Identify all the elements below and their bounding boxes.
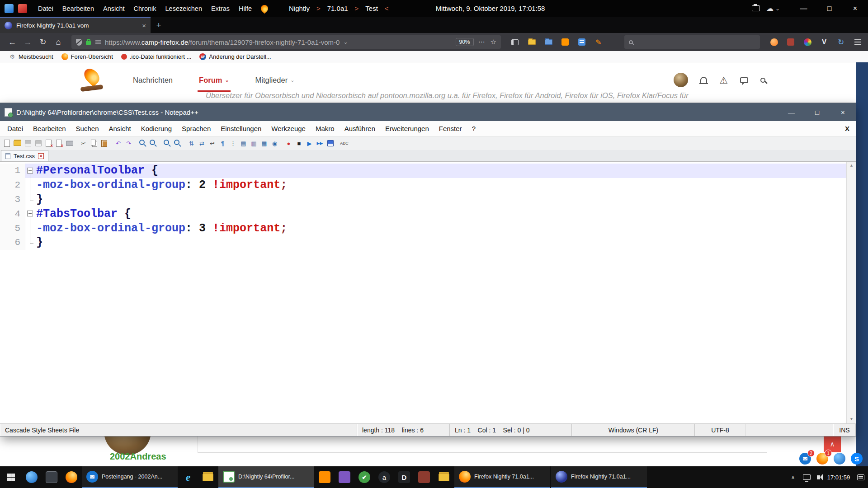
show-all-chars-icon[interactable]: ¶	[217, 138, 228, 149]
npp-menu-item[interactable]: Suchen	[71, 125, 104, 132]
tab-list-addon-icon[interactable]	[574, 35, 590, 49]
fold-marker[interactable]	[25, 235, 36, 250]
new-file-icon[interactable]	[2, 138, 12, 149]
scroll-down-icon[interactable]: ▼	[847, 415, 856, 423]
orange-addon-icon[interactable]	[557, 35, 573, 49]
urlbar-dropdown-icon[interactable]: ⌄	[343, 39, 348, 45]
window-minimize-button[interactable]: —	[791, 0, 816, 17]
menubar-item[interactable]: Lesezeichen	[161, 5, 207, 12]
doc-map-icon[interactable]: ▥	[249, 138, 259, 149]
d-app-icon[interactable]: D	[394, 466, 414, 488]
browser-tab[interactable]: Firefox Nightly 71.0a1 vom ×	[0, 17, 151, 33]
replace-icon[interactable]	[148, 138, 158, 149]
tray-chevron-icon[interactable]: ∧	[787, 474, 799, 480]
firefox-task-button-1[interactable]: Firefox Nightly 71.0a1...	[454, 466, 550, 488]
npp-menu-item[interactable]: Bearbeiten	[28, 125, 71, 132]
open-icon[interactable]	[12, 138, 23, 149]
v-addon-icon[interactable]: V	[816, 35, 832, 49]
red-app-icon[interactable]	[18, 4, 27, 13]
firefox-task-button-2[interactable]: Firefox Nightly 71.0a1...	[551, 466, 647, 488]
monitoring-icon[interactable]: ◉	[269, 138, 280, 149]
page-scroll-strip[interactable]	[856, 62, 868, 466]
tab-close-icon[interactable]: ×	[142, 22, 146, 29]
cut-icon[interactable]: ✂	[78, 138, 89, 149]
menubar-item[interactable]: Hilfe	[234, 5, 256, 12]
window-close-button[interactable]: ×	[842, 0, 868, 17]
npp-menu-item[interactable]: Fenster	[434, 125, 467, 132]
npp-menu-item[interactable]: Erweiterungen	[380, 125, 434, 132]
npp-menu-item[interactable]: Makro	[311, 125, 340, 132]
npp-menu-item[interactable]: Datei	[2, 125, 28, 132]
action-center-icon[interactable]	[857, 474, 864, 480]
paste-icon[interactable]	[99, 138, 109, 149]
close-all-icon[interactable]	[54, 138, 64, 149]
fold-marker[interactable]	[25, 192, 36, 207]
npp-menu-item[interactable]: ?	[467, 125, 481, 132]
status-encoding[interactable]: UTF-8	[695, 424, 745, 436]
forum-nav-item-nachrichten[interactable]: Nachrichten	[133, 76, 173, 84]
npp-close-button[interactable]: ×	[830, 103, 856, 121]
code-editor[interactable]: 1#PersonalToolbar {2-moz-box-ordinal-gro…	[0, 162, 856, 423]
menubar-item[interactable]: Extras	[207, 5, 234, 12]
sync-horizontal-scroll-icon[interactable]: ⇄	[197, 138, 207, 149]
firefox-icon[interactable]	[61, 466, 81, 488]
status-eol-format[interactable]: Windows (CR LF)	[572, 424, 695, 436]
orange-app-icon[interactable]	[315, 466, 335, 488]
code-line[interactable]: 3}	[0, 192, 846, 207]
fold-marker[interactable]	[25, 178, 36, 192]
account-addon-icon[interactable]	[766, 35, 782, 49]
alerts-warning-icon[interactable]: ⚠	[719, 75, 728, 85]
code-line[interactable]: 1#PersonalToolbar {	[0, 164, 846, 178]
npp-menu-item[interactable]: Sprachen	[177, 125, 216, 132]
editor-scrollbar[interactable]: ▲ ▼	[846, 162, 856, 423]
zoom-in-icon[interactable]	[162, 138, 172, 149]
npp-minimize-button[interactable]: —	[778, 103, 804, 121]
indent-guide-icon[interactable]: ⋮	[228, 138, 238, 149]
blue-app-tray-icon[interactable]	[834, 453, 845, 465]
status-insert-mode[interactable]: INS	[833, 424, 856, 436]
start-button[interactable]	[0, 466, 22, 488]
menubar-item[interactable]: Datei	[33, 5, 58, 12]
messages-chat-icon[interactable]	[740, 77, 748, 83]
window-maximize-button[interactable]: □	[816, 0, 842, 17]
tracking-protection-icon[interactable]	[76, 39, 82, 46]
flame-icon[interactable]	[259, 3, 270, 14]
bookmark-item[interactable]: ⚙Meistbesucht	[5, 51, 57, 62]
zoom-out-icon[interactable]	[172, 138, 183, 149]
npp-menu-item[interactable]: Kodierung	[136, 125, 177, 132]
fold-marker[interactable]	[25, 206, 36, 221]
bookmark-item[interactable]: .ico-Datei funktioniert ...	[117, 51, 196, 62]
code-line[interactable]: 5-moz-box-ordinal-group: 3 !important;	[0, 221, 846, 235]
notepadpp-titlebar[interactable]: D:\Nightly 64\Profilordner\chrome\CSS\Te…	[0, 103, 856, 121]
chevron-down-icon[interactable]: ⌄	[775, 5, 780, 12]
thunderbird-task-button[interactable]: ✉Posteingang - 2002An...	[82, 466, 178, 488]
undo-icon[interactable]: ↶	[113, 138, 123, 149]
printer-icon[interactable]	[752, 5, 760, 11]
save-all-icon[interactable]	[33, 138, 43, 149]
fold-marker[interactable]	[25, 164, 36, 178]
menubar-item[interactable]: Bearbeiten	[58, 5, 99, 12]
bookmark-star-icon[interactable]: ☆	[491, 38, 496, 46]
sidebar-toggle-icon[interactable]	[507, 35, 523, 49]
blue-browser-icon[interactable]	[22, 466, 42, 488]
word-wrap-icon[interactable]: ↩	[207, 138, 217, 149]
green-check-app-icon[interactable]: ✔	[354, 466, 374, 488]
volume-icon[interactable]	[817, 475, 820, 479]
bookmark-item[interactable]: Foren-Übersicht	[57, 51, 117, 62]
search-bar[interactable]	[624, 35, 760, 49]
blue-folder-icon[interactable]	[541, 35, 556, 49]
forum-nav-item-forum[interactable]: Forum⌄	[199, 76, 229, 84]
forum-search-icon[interactable]	[760, 78, 765, 83]
stop-macro-icon[interactable]: ■	[294, 138, 304, 149]
new-tab-button[interactable]: +	[151, 18, 167, 33]
back-icon[interactable]: ←	[5, 35, 20, 49]
code-line[interactable]: 6}	[0, 235, 846, 250]
find-icon[interactable]	[137, 138, 148, 149]
forum-nav-item-mitglieder[interactable]: Mitglieder⌄	[255, 76, 295, 84]
save-macro-icon[interactable]	[325, 138, 335, 149]
home-icon[interactable]: ⌂	[51, 35, 66, 49]
network-icon[interactable]	[803, 474, 811, 480]
menubar-item[interactable]: Chronik	[129, 5, 161, 12]
close-document-icon[interactable]: X	[845, 125, 849, 132]
sync-addon-icon[interactable]: ↻	[833, 35, 849, 49]
